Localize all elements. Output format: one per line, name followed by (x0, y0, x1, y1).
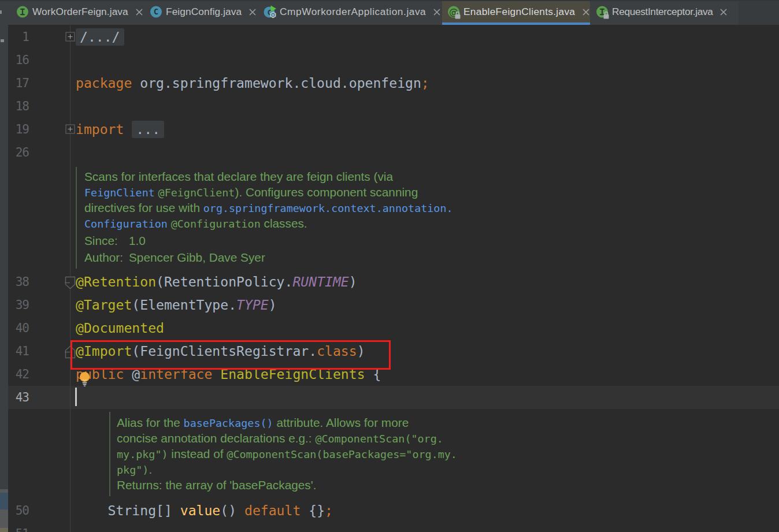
javadoc-text: @Configuration (171, 218, 261, 230)
line-number-18: 18 (8, 95, 29, 118)
line-number-19: 19 (8, 118, 29, 141)
spring-boot-run-icon: C (264, 5, 276, 19)
javadoc-link[interactable]: basePackages() (184, 417, 273, 429)
javadoc-section-value: 1.0 (129, 234, 146, 247)
javadoc-text-row: Configuration @Configuration classes. (84, 215, 453, 231)
active-tab-underline (442, 23, 590, 25)
line-number-17: 17 (8, 72, 29, 95)
line-number-50: 50 (8, 499, 29, 522)
tab-close-icon[interactable] (135, 8, 144, 17)
code-token: package (76, 76, 132, 91)
line-number-1: 1 (8, 25, 29, 49)
code-line-38: @Retention(RetentionPolicy.RUNTIME) (76, 270, 357, 293)
javadoc-border-line (76, 167, 77, 269)
current-line-highlight (8, 386, 779, 409)
javadoc-section-value: Spencer Gibb, Dave Syer (129, 251, 265, 264)
class-javadoc: Scans for interfaces that declare they a… (84, 164, 453, 266)
code-token: (RetentionPolicy. (156, 274, 292, 289)
value-method-javadoc: Alias for the basePackages() attribute. … (117, 409, 457, 493)
javadoc-text: my.pkg") (117, 448, 168, 460)
line-number-43: 43 (8, 386, 29, 409)
code-token: String[] (76, 503, 180, 518)
line-number-26: 26 (8, 141, 29, 164)
code-line-17: package org.springframework.cloud.openfe… (76, 72, 429, 95)
tab-close-icon[interactable] (248, 8, 257, 17)
code-token: default (244, 503, 301, 518)
javadoc-text: ). Configures component scanning (235, 185, 418, 199)
folded-region[interactable]: ... (132, 121, 164, 138)
left-tool-strip (0, 25, 8, 532)
text-caret (75, 388, 77, 406)
javadoc-text-row: pkg"). (117, 462, 457, 477)
intention-lightbulb-icon[interactable] (79, 371, 91, 389)
javadoc-text: . (149, 463, 152, 476)
line-number-40: 40 (8, 317, 29, 340)
code-line-40: @Documented (76, 317, 164, 340)
folded-region[interactable]: /.../ (76, 28, 124, 46)
code-token: TYPE (236, 297, 269, 312)
code-token: ; (421, 76, 429, 91)
javadoc-section-label: Since: (84, 232, 129, 249)
tool-strip-dash (1, 39, 4, 42)
javadoc-text-row: concise annotation declarations e.g.: @C… (117, 430, 457, 446)
javadoc-text: directives for use with (84, 201, 203, 214)
tab-feignconfig[interactable]: CFeignConfig.java (147, 1, 260, 23)
code-token: (ElementType. (132, 297, 236, 312)
javadoc-text: Scans for interfaces that declare they a… (84, 170, 393, 183)
javadoc-text-row: my.pkg") instead of @ComponentScan(baseP… (117, 446, 457, 462)
fold-marker-plus[interactable] (65, 32, 75, 42)
line-number-39: 39 (8, 293, 29, 317)
code-line-50: String[] value() default {}; (76, 499, 333, 522)
fold-marker-plus[interactable] (65, 124, 75, 134)
code-editor[interactable]: 1/.../1617package org.springframework.cl… (8, 25, 779, 532)
javadoc-text-row: directives for use with org.springframew… (84, 200, 453, 215)
code-token: {} (301, 503, 325, 518)
javadoc-link[interactable]: FeignClient (84, 187, 155, 199)
javadoc-link[interactable]: Configuration (84, 218, 168, 230)
tab-workorderfeign[interactable]: WorkOrderFeign.java (8, 1, 147, 23)
tab-requestinterceptor[interactable]: RequestInterceptor.java (590, 1, 739, 23)
javadoc-section-label: Author: (84, 249, 129, 266)
tab-close-icon[interactable] (581, 8, 590, 17)
line-number-16: 16 (8, 49, 29, 72)
code-token: RUNTIME (292, 274, 348, 289)
tab-bar-top-border (0, 0, 779, 1)
tab-close-icon[interactable] (719, 8, 728, 17)
javadoc-text: pkg") (117, 464, 149, 476)
tab-label: WorkOrderFeign.java (32, 6, 128, 18)
tab-bar-empty-area (739, 1, 779, 25)
javadoc-text-row: Alias for the basePackages() attribute. … (117, 415, 457, 430)
code-token: ) (269, 297, 277, 312)
code-line-1: /.../ (76, 25, 124, 49)
tab-label: CmpWorkorderApplication.java (280, 6, 426, 18)
javadoc-border-line (109, 412, 110, 496)
code-token: ; (325, 503, 333, 518)
code-line-19: import ... (76, 118, 164, 141)
red-highlight-box (71, 340, 391, 370)
javadoc-section-author: Author:Spencer Gibb, Dave Syer (84, 249, 453, 266)
javadoc-text-row: Scans for interfaces that declare they a… (84, 169, 453, 184)
interface-icon-locked (596, 5, 608, 19)
code-token: @Documented (76, 321, 164, 336)
code-token: ) (349, 274, 357, 289)
line-number-38: 38 (8, 270, 29, 293)
svg-text:C: C (154, 7, 158, 16)
code-token (124, 122, 132, 137)
javadoc-text-row: FeignClient @FeignClient). Configures co… (84, 184, 453, 200)
tab-enablefeignclients[interactable]: @EnableFeignClients.java (442, 1, 590, 23)
code-token: import (76, 122, 124, 137)
ide-window: WorkOrderFeign.javaCFeignConfig.javaCCmp… (0, 0, 779, 532)
tab-cmpworkorderapplication[interactable]: CCmpWorkorderApplication.java (260, 1, 442, 23)
javadoc-text: @FeignClient (158, 187, 235, 199)
code-line-39: @Target(ElementType.TYPE) (76, 293, 277, 317)
javadoc-link[interactable]: org.springframework.context.annotation. (203, 202, 453, 214)
javadoc-text-row: Returns: the array of 'basePackages'. (117, 477, 457, 493)
javadoc-text: Returns: the array of 'basePackages'. (117, 478, 317, 492)
javadoc-text: attribute. Allows for more (273, 416, 409, 429)
tool-strip-dash (0, 10, 2, 14)
fold-marker-pentagon-down[interactable] (65, 276, 76, 289)
tab-close-icon[interactable] (432, 8, 442, 17)
tab-label: FeignConfig.java (166, 6, 242, 18)
code-token: org.springframework.cloud.openfeign (132, 76, 421, 91)
interface-icon (16, 5, 28, 19)
